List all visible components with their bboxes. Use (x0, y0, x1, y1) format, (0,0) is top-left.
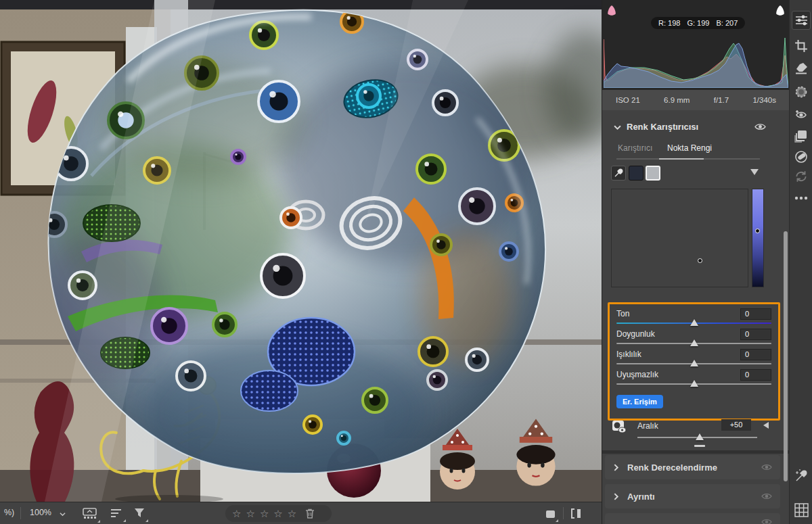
color-swatch-dark[interactable] (629, 166, 644, 181)
edit-sliders-icon (795, 14, 808, 26)
zoom-fragment-text: %) (4, 508, 14, 517)
color-selection-dot[interactable] (698, 258, 702, 263)
slider-thumb[interactable] (690, 380, 698, 387)
canvas-background-button[interactable] (545, 509, 556, 521)
focal-length-value: 6.9 mm (664, 96, 690, 104)
range-value-input[interactable]: +50 (721, 419, 751, 431)
slider-value-input[interactable]: 0 (740, 308, 771, 320)
color-mixer-title: Renk Karıştırıcısı (627, 122, 698, 132)
rgb-r-value: R: 198 (658, 19, 680, 27)
chevron-down-icon[interactable] (614, 124, 621, 130)
point-color-adjustments-group: Ton0 Doygunluk0 Işıklılık0 Uyuşmazlık0 E… (608, 302, 780, 421)
exif-info-bar: ISO 21 6.9 mm f/1.7 1/340s (602, 90, 790, 110)
zoom-level-value[interactable]: 100% (30, 508, 51, 517)
trash-icon[interactable] (305, 508, 315, 519)
slider-label: Doygunluk (616, 329, 655, 339)
edit-tool-button-active[interactable] (792, 11, 811, 30)
swatch-options-dropdown-icon[interactable] (750, 169, 759, 175)
color-mixer-header[interactable]: Renk Karıştırıcısı (602, 119, 790, 137)
shade-selection-dot[interactable] (755, 229, 760, 233)
sync-tool-button-disabled[interactable] (794, 170, 808, 185)
edit-panel: R: 198 G: 199 B: 207 ISO 21 6.9 mm f/1.7… (602, 0, 789, 524)
fringe-slider-track[interactable] (616, 383, 771, 385)
hue-saturation-field[interactable] (611, 189, 748, 287)
aperture-value: f/1.7 (714, 96, 729, 104)
saturation-slider-track[interactable] (616, 343, 771, 344)
grid-view-button[interactable] (794, 503, 809, 520)
red-eye-tool-button[interactable] (794, 108, 808, 123)
slider-thumb[interactable] (690, 360, 698, 366)
point-color-eyedropper-button[interactable] (611, 166, 626, 181)
star-rating-icon[interactable]: ☆ (273, 508, 282, 519)
slider-label: Uyuşmazlık (616, 370, 658, 379)
section-detail[interactable]: Ayrıntı (605, 484, 780, 508)
panel-visibility-eye-icon[interactable] (754, 122, 766, 131)
fringe-slider-row: Uyuşmazlık0 (616, 368, 771, 389)
bottom-toolbar: %) 100% ☆ ☆ ☆ ☆ ☆ (0, 502, 602, 524)
slider-value-input[interactable]: 0 (740, 349, 771, 360)
chevron-right-icon (613, 493, 619, 500)
heal-eraser-tool-button[interactable] (794, 62, 808, 77)
slider-thumb[interactable] (690, 319, 698, 326)
star-rating-icon[interactable]: ☆ (288, 508, 296, 519)
masking-tool-button[interactable] (794, 85, 808, 101)
shutter-value: 1/340s (752, 96, 776, 104)
section-eye-icon[interactable] (761, 518, 772, 524)
visualize-range-icon[interactable] (612, 420, 627, 433)
color-swatch-selected[interactable] (646, 166, 660, 181)
before-after-view-button[interactable] (570, 508, 585, 521)
filter-button[interactable] (134, 508, 145, 521)
slider-value-input[interactable]: 0 (740, 369, 771, 381)
star-rating-icon[interactable]: ☆ (260, 508, 269, 519)
more-options-button[interactable] (794, 191, 808, 203)
early-access-badge-button[interactable]: Er. Erişim (616, 395, 663, 408)
highlight-clipping-icon[interactable] (774, 5, 786, 16)
saturation-slider-row: Doygunluk0 (616, 328, 771, 348)
divider (20, 507, 21, 519)
luminance-slider-track[interactable] (616, 363, 771, 364)
range-slider-track[interactable] (637, 437, 757, 438)
histogram[interactable]: R: 198 G: 199 B: 207 (602, 0, 790, 90)
range-slider-thumb[interactable] (696, 433, 704, 440)
divider (563, 507, 564, 519)
shade-slider[interactable] (752, 189, 764, 287)
zoom-dropdown-chevron-icon[interactable] (60, 511, 66, 517)
section-partial[interactable] (605, 513, 780, 524)
presets-tool-button[interactable] (794, 130, 808, 145)
section-color-grading[interactable]: Renk Derecelendirme (605, 455, 780, 479)
hue-slider-row: Ton0 (616, 308, 771, 328)
slider-thumb[interactable] (690, 339, 698, 346)
rgb-g-value: G: 199 (687, 19, 709, 27)
section-eye-icon[interactable] (761, 463, 772, 471)
iso-value: ISO 21 (616, 96, 640, 104)
section-label: Ayrıntı (627, 492, 753, 502)
white-balance-eyedropper-button[interactable] (794, 468, 809, 485)
range-default-marker (694, 445, 705, 447)
slider-label: Ton (616, 309, 629, 318)
star-rating-icon[interactable]: ☆ (246, 508, 254, 519)
range-label: Aralık (637, 421, 658, 431)
photo-preview-image (0, 0, 602, 502)
collapse-left-arrow-icon[interactable] (763, 422, 769, 429)
slider-value-input[interactable]: 0 (740, 329, 771, 340)
tool-strip (789, 0, 812, 524)
image-canvas[interactable] (0, 0, 602, 502)
section-eye-icon[interactable] (761, 492, 772, 500)
slider-label: Işıklılık (616, 350, 641, 359)
hue-slider-track[interactable] (616, 323, 771, 324)
tab-point-color[interactable]: Nokta Rengi (667, 143, 712, 153)
crop-tool-button[interactable] (794, 39, 808, 55)
rating-pill: ☆ ☆ ☆ ☆ ☆ (225, 505, 332, 522)
sort-order-button[interactable] (110, 508, 123, 521)
tab-mixer[interactable]: Karıştırıcı (618, 143, 652, 153)
chevron-right-icon (613, 464, 619, 471)
range-row: Aralık +50 (602, 418, 780, 450)
panel-scrollbar[interactable] (784, 231, 788, 481)
shadow-clipping-icon[interactable] (606, 5, 618, 16)
star-rating-icon[interactable]: ☆ (232, 508, 241, 519)
snapshots-tool-button[interactable] (794, 150, 808, 166)
histogram-graph (604, 27, 788, 88)
filmstrip-toggle-button[interactable] (83, 508, 97, 522)
section-gap (602, 450, 790, 454)
tab-underline (616, 158, 760, 160)
